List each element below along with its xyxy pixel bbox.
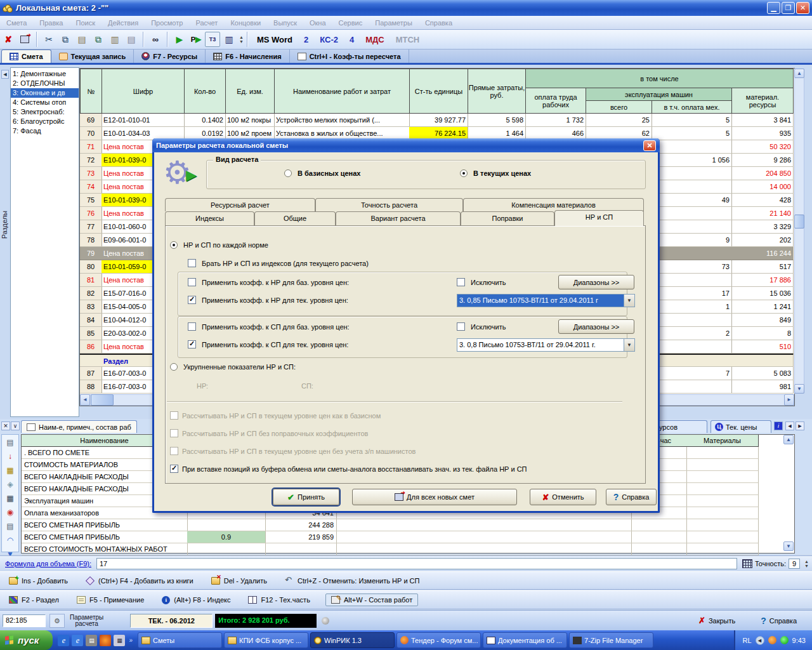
- checkbox-nr-current[interactable]: Применить коэфф. к НР для тек. уровня це…: [188, 296, 348, 304]
- composition-icon[interactable]: ▤: [4, 521, 16, 531]
- checkbox-icon[interactable]: [457, 278, 465, 286]
- dialog-tab-Поправки[interactable]: Поправки: [461, 211, 554, 225]
- info-icon[interactable]: i: [774, 421, 783, 430]
- columns-icon[interactable]: ▥: [221, 32, 237, 47]
- precision-spinner[interactable]: ▲▼: [804, 559, 809, 568]
- tab-name-notes[interactable]: Наим-е, примеч., состав раб: [21, 420, 137, 433]
- quick-launch-more-icon[interactable]: »: [129, 637, 133, 644]
- collapse-sections-button[interactable]: ◄: [1, 70, 9, 79]
- toolbar-button-МДС[interactable]: МДС: [360, 35, 390, 44]
- action-F12 - Тех.часть[interactable]: F12 - Тех.часть: [248, 596, 310, 604]
- cancel-button[interactable]: ✘ Отменить: [530, 489, 596, 505]
- radio-icon[interactable]: [170, 363, 178, 371]
- ie-icon[interactable]: e: [72, 635, 83, 646]
- paste-icon[interactable]: ▤: [74, 32, 89, 47]
- copy-icon[interactable]: ⧉: [58, 32, 73, 47]
- media-player-icon[interactable]: [100, 635, 111, 646]
- checkbox-exclude-nr[interactable]: Исключить: [457, 278, 506, 286]
- taskbar-task-Сметы[interactable]: Сметы: [138, 632, 222, 648]
- col-header-total[interactable]: всего: [586, 100, 652, 114]
- dialog-tab-Индексы[interactable]: Индексы: [165, 211, 254, 225]
- preview-icon[interactable]: ▥: [107, 32, 122, 47]
- col-header-labor[interactable]: оплата труда рабочих: [525, 88, 586, 114]
- menu-item-Просмотр[interactable]: Просмотр: [145, 19, 189, 27]
- dialog-tab-Точность расчета[interactable]: Точность расчета: [315, 198, 463, 211]
- section-item-4[interactable]: 4: Системы отоп: [11, 98, 79, 107]
- v-scroll-thumb[interactable]: [794, 215, 804, 229]
- action-F5 - Примечание[interactable]: F5 - Примечание: [77, 596, 144, 604]
- calculator-icon[interactable]: ▦: [4, 493, 16, 503]
- scroll-right-icon[interactable]: ►: [784, 394, 794, 406]
- close-panel-icon[interactable]: ✕: [1, 421, 10, 430]
- run-p-icon[interactable]: P▶: [188, 32, 204, 47]
- checkbox-icon[interactable]: [188, 340, 196, 348]
- radio-icon[interactable]: [284, 169, 292, 177]
- col-header-num[interactable]: №: [80, 69, 102, 114]
- resources-icon[interactable]: ◉: [4, 507, 16, 517]
- cut-icon[interactable]: ✂: [41, 32, 56, 47]
- start-button[interactable]: пуск: [0, 630, 53, 650]
- save-copy-icon[interactable]: [17, 32, 32, 47]
- toolbar-button-MS Word[interactable]: MS Word: [251, 35, 298, 44]
- formula-input[interactable]: 17: [96, 558, 737, 569]
- section-item-1[interactable]: 1: Демонтажные: [11, 69, 79, 79]
- section-item-3[interactable]: 3: Оконные и дв: [11, 88, 79, 98]
- totals-row[interactable]: ВСЕГО СМЕТНАЯ ПРИБЫЛЬ244 288: [22, 519, 794, 531]
- sp-letter-combobox[interactable]: 3. 0,8 Письмо 10753-ВТ/11 от 29.04.2011 …: [457, 338, 635, 352]
- chevron-down-icon[interactable]: ▼: [624, 339, 634, 351]
- delete-icon[interactable]: ✘: [1, 32, 16, 47]
- col-header-code[interactable]: Шифр: [102, 69, 185, 114]
- radio-aggregated[interactable]: Укрупненные показатели НР и СП:: [170, 363, 296, 371]
- maximize-button[interactable]: ❐: [782, 2, 795, 14]
- checkbox-icon[interactable]: [188, 278, 196, 286]
- app-icon[interactable]: ▦: [114, 635, 125, 646]
- menu-item-Концовки[interactable]: Концовки: [224, 19, 267, 27]
- nr-letter-combobox[interactable]: 3. 0,85 Письмо 10753-ВТ/11 от 29.04.2011…: [457, 294, 635, 307]
- taskbar-task-Тендер - Форум см...[interactable]: Тендер - Форум см...: [396, 632, 481, 648]
- menu-item-Правка[interactable]: Правка: [33, 19, 69, 27]
- toolbar-button-КС-2[interactable]: КС-2: [314, 35, 344, 44]
- minimize-button[interactable]: ▁: [767, 2, 780, 14]
- close-button[interactable]: ✕: [796, 2, 809, 14]
- tab-F7 - Ресурсы[interactable]: F7 - Ресурсы: [134, 50, 206, 63]
- document-icon[interactable]: ▤: [4, 437, 16, 448]
- notes-icon[interactable]: ▦: [4, 465, 16, 475]
- t3-grid-icon[interactable]: Т3: [205, 32, 220, 47]
- find-icon[interactable]: ∞: [148, 32, 163, 47]
- action-(Alt+) F8 - Индекс[interactable]: (Alt+) F8 - Индекс: [162, 596, 230, 604]
- close-estimate-button[interactable]: ✗ Закрыть: [698, 616, 735, 625]
- checkbox-from-indexes[interactable]: Брать НР и СП из индексов (для текущего …: [188, 259, 369, 267]
- tab-scroll-right-icon[interactable]: ►: [796, 421, 804, 430]
- section-item-7[interactable]: 7: Фасад: [11, 126, 79, 136]
- col-header-unit-cost[interactable]: Ст-ть единицы: [409, 69, 468, 114]
- totals-row[interactable]: ВСЕГО СМЕТНАЯ ПРИБЫЛЬ0.9219 859: [22, 531, 794, 543]
- toolbar-button-МТСН[interactable]: МТСН: [390, 35, 426, 44]
- radio-basic-prices[interactable]: В базисных ценах: [284, 169, 360, 177]
- col-header-mech[interactable]: в т.ч. оплата мех.: [652, 100, 732, 114]
- col-header-materials[interactable]: материал. ресурсы: [731, 88, 794, 114]
- red-arrow-down-icon[interactable]: ↓: [4, 451, 16, 461]
- menu-item-Параметры[interactable]: Параметры: [369, 19, 419, 27]
- dialog-titlebar[interactable]: Параметры расчета локальной сметы ✕: [152, 138, 660, 152]
- calc-params-label[interactable]: Параметрырасчета: [70, 614, 103, 627]
- menu-item-Действия[interactable]: Действия: [102, 19, 145, 27]
- taskbar-task-7-Zip File Manager[interactable]: 7-Zip File Manager: [569, 632, 653, 648]
- ie-icon[interactable]: e: [58, 635, 69, 646]
- checkbox-icon[interactable]: [188, 322, 196, 331]
- col-header-direct[interactable]: Прямые затраты, руб.: [468, 69, 526, 114]
- action-Ctrl+Z - Отменить: Изменить НР и СП[interactable]: Ctrl+Z - Отменить: Изменить НР и СП: [285, 577, 419, 585]
- checkbox-extra-4[interactable]: При вставке позиций из буфера обмена или…: [170, 465, 527, 473]
- row-height-spinner[interactable]: ▲▼: [239, 35, 244, 44]
- tray-shield-icon[interactable]: [768, 636, 776, 644]
- menu-item-Сервис[interactable]: Сервис: [332, 19, 369, 27]
- dialog-tab-Ресурсный расчет[interactable]: Ресурсный расчет: [165, 198, 315, 211]
- radio-current-prices[interactable]: В текущих ценах: [460, 169, 531, 177]
- tab-F6 - Начисления[interactable]: F6 - Начисления: [206, 50, 289, 63]
- language-indicator[interactable]: RL: [743, 637, 752, 644]
- price-period[interactable]: ТЕК. - 06.2012: [130, 614, 213, 628]
- checkbox-icon[interactable]: [457, 322, 465, 331]
- scroll-left-icon[interactable]: ◄: [80, 394, 90, 406]
- tray-status-icon[interactable]: [780, 636, 789, 644]
- run-icon[interactable]: ▶: [172, 32, 187, 47]
- totals-scroll-up-icon[interactable]: ▲: [783, 435, 794, 444]
